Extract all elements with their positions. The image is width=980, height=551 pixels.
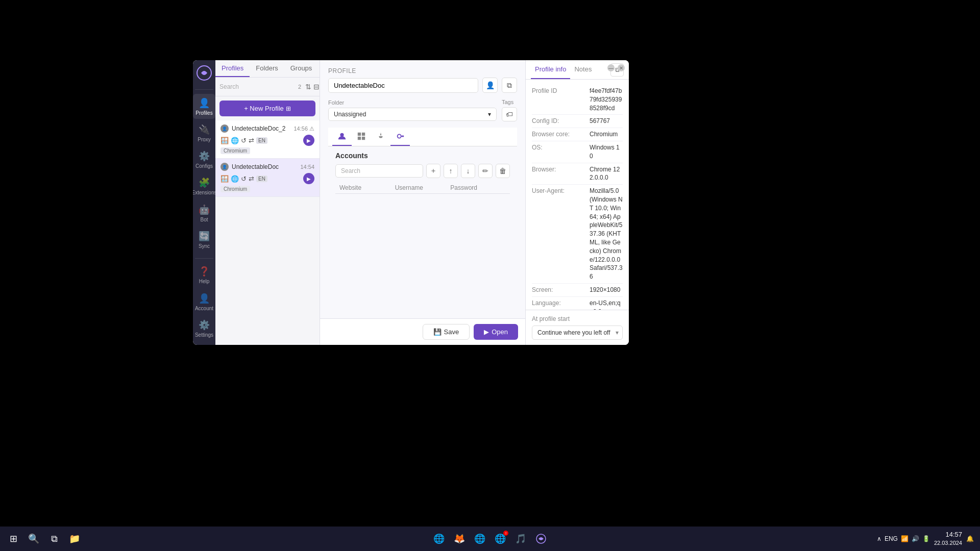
at-profile-label: At profile start [532,315,623,322]
export-account-button[interactable]: ↓ [461,164,475,178]
sound-icon: 🔊 [912,535,919,542]
folder-select[interactable]: Unassigned ▾ [328,108,497,121]
firefox-taskbar-icon[interactable]: 🦊 [450,530,469,548]
at-profile-select[interactable]: Continue where you left off [532,325,623,340]
explorer-button[interactable]: 📁 [65,530,84,548]
tab-profile-info[interactable]: Profile info [531,60,570,79]
profiles-search-input[interactable] [219,83,296,90]
save-button[interactable]: 💾 Save [423,324,470,340]
accounts-title: Accounts [335,152,510,160]
profile-name-row-edit: 👤 ⧉ [328,78,517,93]
app-logo [195,64,213,81]
sidebar-item-account[interactable]: 👤 Account [193,289,215,314]
new-profile-icon: ⊞ [286,105,291,112]
sort-button[interactable]: ⇅ [305,81,311,93]
field-value-os: Windows 10 [590,143,623,161]
tab-person[interactable] [332,128,352,146]
close-button[interactable]: ✕ [618,64,625,71]
field-label-language: Language: [532,299,585,307]
sidebar-item-label: Account [195,306,213,311]
taskbar-left: ⊞ 🔍 ⧉ 📁 [0,530,84,548]
minimize-button[interactable]: — [607,64,615,71]
at-profile-select-wrapper: Continue where you left off [532,325,623,340]
spotify-taskbar-icon[interactable]: 🎵 [511,530,530,548]
taskbar-time: 14:57 [934,530,962,539]
chrome-taskbar-icon[interactable]: 🌐 [430,530,448,548]
svg-rect-3 [362,133,365,136]
search-button[interactable]: 🔍 [24,530,43,548]
app-taskbar-icon[interactable] [532,530,550,548]
chevron-down-icon: ▾ [488,111,491,118]
info-row: Screen: 980×551 [532,284,623,297]
at-profile-section: At profile start Continue where you left… [526,310,629,345]
sidebar-item-label: Sync [199,243,210,249]
profile-time: 14:56 [293,126,308,132]
tab-groups[interactable]: Groups [284,60,318,77]
filter-button[interactable]: ⊟ [313,81,320,93]
sidebar-item-extensions[interactable]: 🧩 Extensions [193,174,215,198]
folder-tags-row: Folder Unassigned ▾ Tags 🏷 [328,99,517,121]
list-item[interactable]: 👤 UndetectableDoc 14:54 🪟 🌐 ↺ ⇄ EN ▶ [215,159,320,197]
browser2-taskbar-icon[interactable]: 🌐 [471,530,489,548]
info-row: OS: Windows 10 [532,141,623,163]
sidebar-item-sync[interactable]: 🔄 Sync [193,228,215,252]
sidebar-item-configs[interactable]: ⚙️ Configs [193,147,215,172]
sidebar-item-profiles[interactable]: 👤 Profiles [193,94,215,118]
taskview-button[interactable]: ⧉ [45,530,63,548]
profile-name-input[interactable] [328,78,478,93]
profile-meta: 14:54 [300,164,314,170]
sidebar-item-bot[interactable]: 🤖 Bot [193,201,215,226]
tab-key[interactable] [390,128,410,146]
app-body: 👤 Profiles 🔌 Proxy ⚙️ Configs 🧩 Extensio… [193,60,629,345]
tab-profiles[interactable]: Profiles [215,60,250,77]
accounts-search-input[interactable] [335,164,423,178]
profiles-panel: Profiles Folders Groups 2 ⇅ ⊟ + New Prof… [215,60,320,345]
profile-name: UndetectableDoc_2 [232,125,285,132]
open-button[interactable]: ▶ Open [474,324,518,340]
list-item[interactable]: 👤 UndetectableDoc_2 14:56 ⚠ 🪟 🌐 ↺ ⇄ [215,120,320,159]
tags-button[interactable]: 🏷 [502,107,517,121]
field-label-useragent: User-Agent: [532,187,585,194]
field-label-config-id: Config ID: [532,117,585,124]
field-label-browser-core: Browser core: [532,130,585,138]
lang-indicator: ENG [885,535,898,542]
tab-grid[interactable] [352,128,371,146]
import-account-button[interactable]: ↑ [444,164,458,178]
sidebar-item-help[interactable]: ❓ Help [193,263,215,287]
browser-badge: Chromium [220,186,250,192]
field-value-browser-core: Chromium [590,130,623,139]
start-button[interactable]: ⊞ [4,530,22,548]
run-profile-button[interactable]: ▶ [303,173,314,184]
profile-icons-row: 🪟 🌐 ↺ ⇄ EN ▶ [220,173,314,184]
add-account-button[interactable]: ＋ [426,164,440,178]
avatar: 👤 [220,124,229,133]
profile-avatar-button[interactable]: 👤 [482,78,498,93]
edit-account-button[interactable]: ✏ [478,164,493,178]
field-value-useragent: Mozilla/5.0 (Windows NT 10.0; Win64; x64… [590,187,623,281]
delete-account-button[interactable]: 🗑 [496,164,510,178]
col-username: Username [395,184,451,191]
tab-notes[interactable]: Notes [570,60,596,79]
col-website: Website [339,184,395,191]
sidebar-item-settings[interactable]: ⚙️ Settings [193,316,215,341]
field-value-screen: 980×551 [590,286,623,294]
profiles-tabs: Profiles Folders Groups [215,60,320,78]
profile-item-header: 👤 UndetectableDoc_2 14:56 ⚠ [220,124,314,133]
refresh-icon: ↺ [241,175,247,183]
sidebar-item-proxy[interactable]: 🔌 Proxy [193,121,215,145]
tab-folders[interactable]: Folders [250,60,284,77]
svg-point-6 [398,134,401,138]
new-profile-button[interactable]: + New Profile ⊞ [219,101,315,116]
profile-copy-button[interactable]: ⧉ [502,78,517,93]
sidebar-item-label: Configs [195,163,213,169]
profile-icons-row: 🪟 🌐 ↺ ⇄ EN ▶ [220,135,314,146]
chevron-up-icon[interactable]: ∧ [877,535,881,542]
info-row: Config ID: 567767 [532,115,623,128]
os-icon: 🪟 [220,175,229,183]
profiles-search-row: 2 ⇅ ⊟ [215,78,320,96]
run-profile-button[interactable]: ▶ [303,135,314,146]
notification-icon[interactable]: 🔔 [966,535,974,542]
tab-brush[interactable] [371,128,390,146]
sidebar: 👤 Profiles 🔌 Proxy ⚙️ Configs 🧩 Extensio… [193,60,215,345]
notification-taskbar-icon[interactable]: 🌐! [491,530,509,548]
